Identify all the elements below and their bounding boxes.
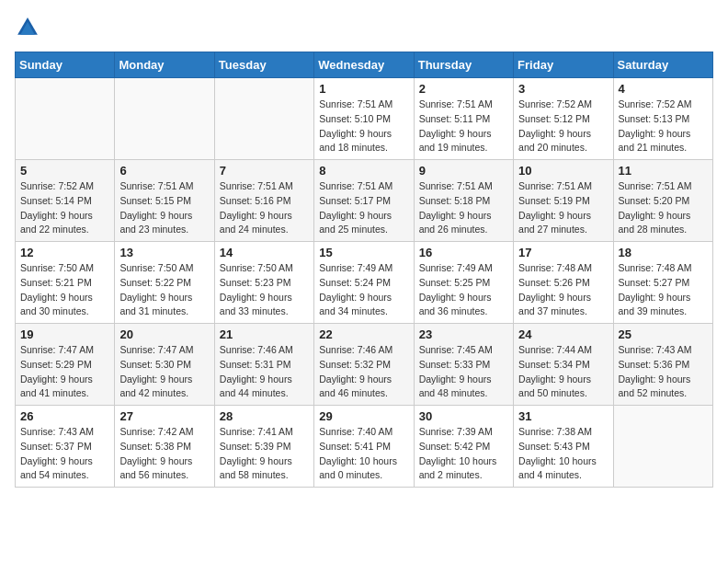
day-number: 5 bbox=[20, 164, 109, 178]
weekday-header-thursday: Thursday bbox=[414, 52, 513, 78]
calendar-cell bbox=[115, 78, 214, 160]
day-info: Sunrise: 7:43 AMSunset: 5:37 PMDaylight:… bbox=[20, 425, 109, 483]
calendar-week-5: 26Sunrise: 7:43 AMSunset: 5:37 PMDayligh… bbox=[16, 406, 713, 488]
calendar-cell: 16Sunrise: 7:49 AMSunset: 5:25 PMDayligh… bbox=[414, 242, 513, 324]
day-info: Sunrise: 7:50 AMSunset: 5:22 PMDaylight:… bbox=[119, 261, 209, 319]
day-number: 16 bbox=[419, 246, 508, 259]
day-number: 31 bbox=[518, 409, 608, 423]
calendar-cell: 11Sunrise: 7:51 AMSunset: 5:20 PMDayligh… bbox=[613, 160, 712, 242]
calendar-week-1: 1Sunrise: 7:51 AMSunset: 5:10 PMDaylight… bbox=[16, 78, 713, 160]
calendar-cell: 27Sunrise: 7:42 AMSunset: 5:38 PMDayligh… bbox=[115, 406, 214, 488]
calendar-cell: 12Sunrise: 7:50 AMSunset: 5:21 PMDayligh… bbox=[16, 242, 115, 324]
day-info: Sunrise: 7:51 AMSunset: 5:17 PMDaylight:… bbox=[319, 179, 408, 237]
calendar-cell: 25Sunrise: 7:43 AMSunset: 5:36 PMDayligh… bbox=[613, 324, 712, 406]
day-number: 20 bbox=[119, 327, 209, 341]
calendar-cell: 14Sunrise: 7:50 AMSunset: 5:23 PMDayligh… bbox=[214, 242, 313, 324]
day-info: Sunrise: 7:50 AMSunset: 5:21 PMDaylight:… bbox=[20, 261, 109, 319]
calendar-cell: 18Sunrise: 7:48 AMSunset: 5:27 PMDayligh… bbox=[613, 242, 712, 324]
day-number: 9 bbox=[419, 164, 508, 178]
calendar-cell: 31Sunrise: 7:38 AMSunset: 5:43 PMDayligh… bbox=[514, 406, 613, 488]
calendar-cell: 22Sunrise: 7:46 AMSunset: 5:32 PMDayligh… bbox=[314, 324, 414, 406]
calendar-week-2: 5Sunrise: 7:52 AMSunset: 5:14 PMDaylight… bbox=[16, 160, 713, 242]
day-number: 2 bbox=[419, 82, 508, 96]
calendar-table: SundayMondayTuesdayWednesdayThursdayFrid… bbox=[15, 52, 713, 488]
day-info: Sunrise: 7:51 AMSunset: 5:18 PMDaylight:… bbox=[419, 179, 508, 237]
calendar-cell: 2Sunrise: 7:51 AMSunset: 5:11 PMDaylight… bbox=[414, 78, 513, 160]
day-number: 18 bbox=[619, 246, 708, 259]
weekday-header-friday: Friday bbox=[514, 52, 613, 78]
day-info: Sunrise: 7:49 AMSunset: 5:25 PMDaylight:… bbox=[419, 261, 508, 319]
day-info: Sunrise: 7:51 AMSunset: 5:10 PMDaylight:… bbox=[319, 98, 408, 155]
day-number: 10 bbox=[518, 164, 608, 178]
day-info: Sunrise: 7:51 AMSunset: 5:16 PMDaylight:… bbox=[220, 179, 309, 237]
calendar-cell bbox=[613, 406, 712, 488]
day-info: Sunrise: 7:42 AMSunset: 5:38 PMDaylight:… bbox=[119, 425, 209, 483]
day-info: Sunrise: 7:45 AMSunset: 5:33 PMDaylight:… bbox=[419, 343, 508, 401]
day-info: Sunrise: 7:48 AMSunset: 5:27 PMDaylight:… bbox=[619, 261, 708, 319]
day-number: 14 bbox=[220, 246, 309, 259]
calendar-cell: 24Sunrise: 7:44 AMSunset: 5:34 PMDayligh… bbox=[514, 324, 613, 406]
day-info: Sunrise: 7:49 AMSunset: 5:24 PMDaylight:… bbox=[319, 261, 408, 319]
weekday-header-monday: Monday bbox=[115, 52, 214, 78]
day-number: 27 bbox=[119, 409, 209, 423]
day-number: 21 bbox=[220, 327, 309, 341]
day-number: 11 bbox=[619, 164, 708, 178]
calendar-cell: 26Sunrise: 7:43 AMSunset: 5:37 PMDayligh… bbox=[16, 406, 115, 488]
calendar-cell: 28Sunrise: 7:41 AMSunset: 5:39 PMDayligh… bbox=[214, 406, 313, 488]
day-info: Sunrise: 7:46 AMSunset: 5:32 PMDaylight:… bbox=[319, 343, 408, 401]
day-number: 12 bbox=[20, 246, 109, 259]
calendar-cell: 1Sunrise: 7:51 AMSunset: 5:10 PMDaylight… bbox=[314, 78, 414, 160]
calendar-cell: 17Sunrise: 7:48 AMSunset: 5:26 PMDayligh… bbox=[514, 242, 613, 324]
day-number: 6 bbox=[119, 164, 209, 178]
calendar-cell: 7Sunrise: 7:51 AMSunset: 5:16 PMDaylight… bbox=[214, 160, 313, 242]
calendar-cell: 4Sunrise: 7:52 AMSunset: 5:13 PMDaylight… bbox=[613, 78, 712, 160]
calendar-cell: 30Sunrise: 7:39 AMSunset: 5:42 PMDayligh… bbox=[414, 406, 513, 488]
calendar-cell: 10Sunrise: 7:51 AMSunset: 5:19 PMDayligh… bbox=[514, 160, 613, 242]
day-number: 7 bbox=[220, 164, 309, 178]
weekday-header-row: SundayMondayTuesdayWednesdayThursdayFrid… bbox=[16, 52, 713, 78]
logo-icon bbox=[15, 15, 40, 40]
page-header bbox=[15, 15, 713, 40]
day-info: Sunrise: 7:38 AMSunset: 5:43 PMDaylight:… bbox=[518, 425, 608, 483]
calendar-cell: 21Sunrise: 7:46 AMSunset: 5:31 PMDayligh… bbox=[214, 324, 313, 406]
day-info: Sunrise: 7:40 AMSunset: 5:41 PMDaylight:… bbox=[319, 425, 408, 483]
day-info: Sunrise: 7:52 AMSunset: 5:12 PMDaylight:… bbox=[518, 98, 608, 155]
day-info: Sunrise: 7:52 AMSunset: 5:14 PMDaylight:… bbox=[20, 179, 109, 237]
calendar-cell: 3Sunrise: 7:52 AMSunset: 5:12 PMDaylight… bbox=[514, 78, 613, 160]
day-number: 8 bbox=[319, 164, 408, 178]
weekday-header-sunday: Sunday bbox=[16, 52, 115, 78]
weekday-header-tuesday: Tuesday bbox=[214, 52, 313, 78]
day-number: 4 bbox=[619, 82, 708, 96]
day-number: 25 bbox=[619, 327, 708, 341]
calendar-cell: 23Sunrise: 7:45 AMSunset: 5:33 PMDayligh… bbox=[414, 324, 513, 406]
day-number: 3 bbox=[518, 82, 608, 96]
calendar-cell: 9Sunrise: 7:51 AMSunset: 5:18 PMDaylight… bbox=[414, 160, 513, 242]
day-info: Sunrise: 7:39 AMSunset: 5:42 PMDaylight:… bbox=[419, 425, 508, 483]
day-info: Sunrise: 7:47 AMSunset: 5:30 PMDaylight:… bbox=[119, 343, 209, 401]
day-number: 29 bbox=[319, 409, 408, 423]
calendar-week-4: 19Sunrise: 7:47 AMSunset: 5:29 PMDayligh… bbox=[16, 324, 713, 406]
calendar-cell: 19Sunrise: 7:47 AMSunset: 5:29 PMDayligh… bbox=[16, 324, 115, 406]
day-info: Sunrise: 7:52 AMSunset: 5:13 PMDaylight:… bbox=[619, 98, 708, 155]
calendar-week-3: 12Sunrise: 7:50 AMSunset: 5:21 PMDayligh… bbox=[16, 242, 713, 324]
day-info: Sunrise: 7:48 AMSunset: 5:26 PMDaylight:… bbox=[518, 261, 608, 319]
day-info: Sunrise: 7:51 AMSunset: 5:11 PMDaylight:… bbox=[419, 98, 508, 155]
day-number: 23 bbox=[419, 327, 508, 341]
day-number: 15 bbox=[319, 246, 408, 259]
logo bbox=[15, 15, 44, 40]
day-info: Sunrise: 7:51 AMSunset: 5:20 PMDaylight:… bbox=[619, 179, 708, 237]
calendar-cell bbox=[214, 78, 313, 160]
day-number: 19 bbox=[20, 327, 109, 341]
day-number: 1 bbox=[319, 82, 408, 96]
day-info: Sunrise: 7:44 AMSunset: 5:34 PMDaylight:… bbox=[518, 343, 608, 401]
day-info: Sunrise: 7:47 AMSunset: 5:29 PMDaylight:… bbox=[20, 343, 109, 401]
day-info: Sunrise: 7:46 AMSunset: 5:31 PMDaylight:… bbox=[220, 343, 309, 401]
day-number: 22 bbox=[319, 327, 408, 341]
calendar-cell: 20Sunrise: 7:47 AMSunset: 5:30 PMDayligh… bbox=[115, 324, 214, 406]
day-number: 24 bbox=[518, 327, 608, 341]
day-info: Sunrise: 7:51 AMSunset: 5:15 PMDaylight:… bbox=[119, 179, 209, 237]
calendar-cell: 6Sunrise: 7:51 AMSunset: 5:15 PMDaylight… bbox=[115, 160, 214, 242]
calendar-cell: 29Sunrise: 7:40 AMSunset: 5:41 PMDayligh… bbox=[314, 406, 414, 488]
day-info: Sunrise: 7:41 AMSunset: 5:39 PMDaylight:… bbox=[220, 425, 309, 483]
day-number: 13 bbox=[119, 246, 209, 259]
